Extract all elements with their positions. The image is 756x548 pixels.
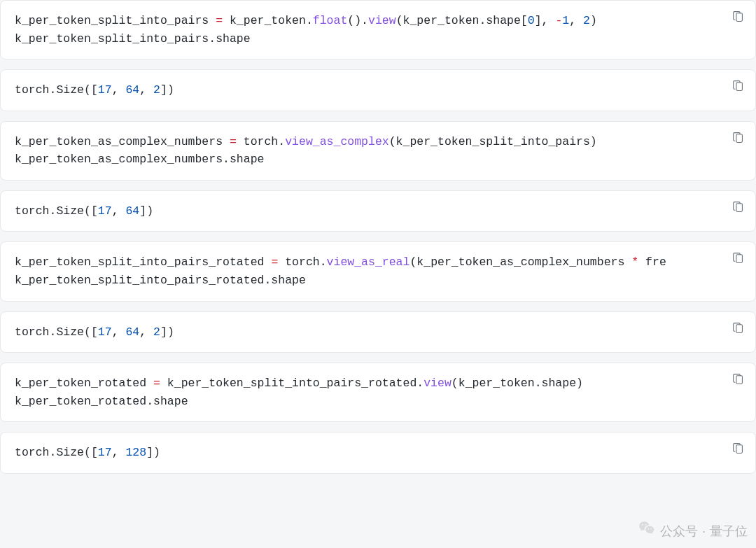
copy-button[interactable]	[727, 370, 747, 390]
copy-icon	[732, 252, 743, 266]
output-cell: torch.Size([17, 64, 2])	[0, 311, 756, 353]
copy-icon	[732, 322, 743, 336]
copy-button[interactable]	[727, 319, 747, 339]
output-content: torch.Size([17, 128])	[15, 444, 741, 462]
code-content: k_per_token_as_complex_numbers = torch.v…	[15, 133, 741, 169]
code-cell: k_per_token_as_complex_numbers = torch.v…	[0, 121, 756, 181]
copy-button[interactable]	[727, 8, 747, 27]
copy-button[interactable]	[727, 440, 747, 459]
output-cell: torch.Size([17, 64, 2])	[0, 69, 756, 111]
copy-button[interactable]	[727, 249, 747, 269]
copy-button[interactable]	[727, 77, 747, 97]
code-content: k_per_token_split_into_pairs = k_per_tok…	[15, 12, 741, 48]
output-cell: torch.Size([17, 128])	[0, 432, 756, 474]
copy-icon	[732, 132, 743, 146]
code-cell: k_per_token_split_into_pairs_rotated = t…	[0, 241, 756, 301]
output-content: torch.Size([17, 64, 2])	[15, 323, 741, 342]
copy-icon	[732, 442, 743, 456]
copy-button[interactable]	[727, 129, 747, 148]
code-cell: k_per_token_split_into_pairs = k_per_tok…	[0, 0, 756, 59]
output-content: torch.Size([17, 64, 2])	[15, 81, 741, 99]
code-content: k_per_token_rotated = k_per_token_split_…	[15, 374, 741, 410]
code-cell: k_per_token_rotated = k_per_token_split_…	[0, 363, 756, 422]
output-cell: torch.Size([17, 64])	[0, 190, 756, 232]
copy-icon	[732, 10, 743, 24]
copy-icon	[732, 201, 743, 215]
copy-icon	[732, 373, 743, 387]
code-content: k_per_token_split_into_pairs_rotated = t…	[15, 253, 741, 289]
copy-icon	[732, 80, 743, 94]
copy-button[interactable]	[727, 198, 747, 218]
output-content: torch.Size([17, 64])	[15, 202, 741, 220]
